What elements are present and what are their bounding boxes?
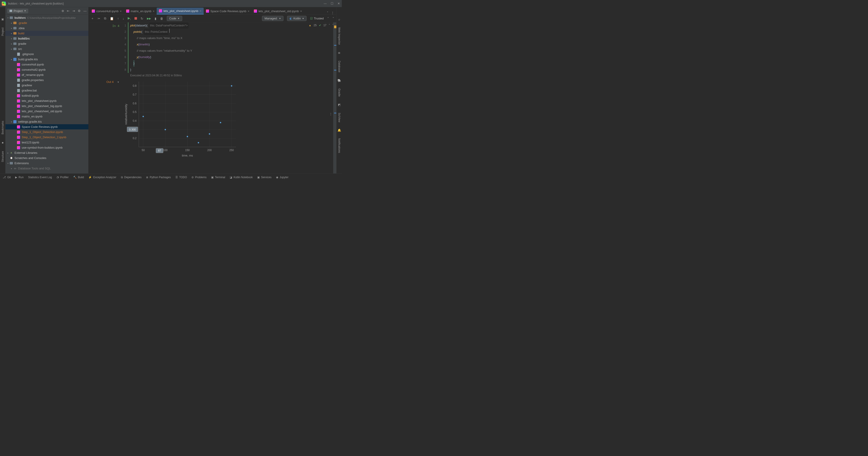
- tree-item[interactable]: gradle: [5, 41, 88, 46]
- copy-icon[interactable]: ⧉: [104, 17, 106, 20]
- bookmarks-tab[interactable]: Bookmarks: [1, 121, 4, 134]
- structure-tab[interactable]: Structure: [1, 151, 4, 162]
- tree-item[interactable]: buildSrc: [5, 36, 88, 41]
- chevron-up-icon[interactable]: ˄: [327, 17, 329, 20]
- tree-item[interactable]: kotlindl.ipynb: [5, 93, 88, 98]
- more-icon[interactable]: ⋮: [331, 11, 334, 14]
- expand-icon[interactable]: ⇥: [72, 9, 75, 13]
- folder-icon[interactable]: ▣: [1, 18, 4, 21]
- editor-tab[interactable]: matrix_en.ipynb×: [124, 8, 157, 14]
- tree-item[interactable]: test123.ipynb: [5, 140, 88, 145]
- tree-item[interactable]: .idea: [5, 26, 88, 31]
- tree-item[interactable]: df_rename.ipynb: [5, 72, 88, 77]
- paste-icon[interactable]: 📋: [110, 17, 114, 20]
- status-item[interactable]: ⧉Dependencies: [121, 176, 142, 179]
- collapse-icon[interactable]: ⇤: [67, 9, 70, 13]
- close-tab-icon[interactable]: ×: [300, 9, 302, 13]
- tree-item[interactable]: gradlew.bat: [5, 88, 88, 93]
- tree-item[interactable]: matrix_en.ipynb: [5, 114, 88, 119]
- tree-item[interactable]: Space Code Reviews.ipynb: [5, 124, 88, 129]
- web-inspector-tab[interactable]: Web Inspector: [338, 27, 341, 45]
- inspections-panel[interactable]: ▲25 ✔17 ˄ ˅: [309, 24, 334, 27]
- status-item[interactable]: ◪Kotlin Notebook: [230, 176, 253, 179]
- db-tools[interactable]: ▭Database Tools and SQL: [5, 166, 88, 171]
- status-item[interactable]: ◔Profiler: [57, 176, 69, 179]
- editor-tab[interactable]: convexHull.ipynb×: [90, 8, 124, 14]
- tree-item[interactable]: src: [5, 46, 88, 52]
- gradle-icon[interactable]: 🐘: [338, 79, 341, 82]
- cell-type-select[interactable]: Code▼: [167, 16, 182, 21]
- inspect-icon[interactable]: ⌕: [338, 18, 340, 21]
- external-libraries[interactable]: ⑃External Libraries: [5, 150, 88, 155]
- database-icon[interactable]: ≣: [338, 51, 340, 55]
- status-item[interactable]: ▣Services: [257, 176, 272, 179]
- tree-item[interactable]: convexHull.ipynb: [5, 62, 88, 67]
- project-tab[interactable]: Project: [1, 28, 4, 36]
- tree-root[interactable]: buildsrc C:\Users\Ilya.Muradyan\IdeaProj…: [5, 15, 88, 20]
- tree-item[interactable]: Step_1_Object_Detection.ipynb: [5, 129, 88, 135]
- kernel-select[interactable]: ◐Kotlin▼: [287, 16, 307, 21]
- editor-tab[interactable]: Space Code Reviews.ipynb×: [204, 8, 252, 14]
- tree-item[interactable]: convexHull2.ipynb: [5, 67, 88, 72]
- scratches[interactable]: ⌚Scratches and Consoles: [5, 155, 88, 161]
- close-tab-icon[interactable]: ×: [153, 9, 155, 13]
- editor-tab[interactable]: lets_plot_cheatsheet.ipynb×: [157, 8, 204, 14]
- chevron-up-icon[interactable]: ˄: [329, 24, 330, 27]
- maximize-icon[interactable]: ☐: [331, 2, 333, 5]
- code-editor[interactable]: plot(dataset) { this: DataFramePlotConte…: [128, 22, 336, 73]
- database-tab[interactable]: Database: [338, 61, 341, 72]
- status-item[interactable]: ⚡Exception Analyzer: [88, 176, 116, 179]
- tree-item[interactable]: gradlew: [5, 83, 88, 88]
- tree-item[interactable]: gradle.properties: [5, 77, 88, 83]
- scatter-chart[interactable]: 501001502002500.20.30.40.50.60.70.8time,…: [123, 79, 241, 158]
- gradle-tab[interactable]: Gradle: [338, 89, 341, 97]
- tree-item[interactable]: .gitignore: [5, 52, 88, 57]
- status-item[interactable]: ▣Terminal: [211, 176, 225, 179]
- debug-icon[interactable]: ▮: [155, 17, 156, 20]
- out-prompt[interactable]: Out 4 ▼: [100, 79, 122, 158]
- trusted-toggle[interactable]: ☑Trusted: [310, 17, 324, 20]
- tree-item[interactable]: build: [5, 31, 88, 36]
- gear-icon[interactable]: ⚙: [78, 9, 81, 13]
- tree-item[interactable]: use-symbol-from-buildsrc.ipynb: [5, 145, 88, 150]
- move-down-icon[interactable]: ↓: [123, 17, 124, 20]
- sciview-icon[interactable]: ◩: [338, 103, 341, 106]
- cell-area[interactable]: ▲25 ✔17 ˄ ˅ In 4 12345678 plot(dataset) …: [89, 22, 336, 173]
- cut-icon[interactable]: ✂: [98, 17, 100, 20]
- move-up-icon[interactable]: ↑: [117, 17, 119, 20]
- status-item[interactable]: ▶Run: [15, 176, 24, 179]
- bell-icon[interactable]: 🔔: [338, 129, 341, 132]
- status-item[interactable]: ⎇Git: [3, 176, 11, 179]
- chevron-down-icon[interactable]: ˅: [333, 17, 334, 20]
- editor-marker-bar[interactable]: [333, 22, 336, 173]
- add-cell-icon[interactable]: ＋: [91, 17, 94, 21]
- close-tab-icon[interactable]: ×: [120, 9, 122, 13]
- close-tab-icon[interactable]: ×: [248, 9, 250, 13]
- input-cell[interactable]: In 4 12345678 plot(dataset) { this: Data…: [89, 22, 336, 73]
- status-item[interactable]: ≣Python Packages: [146, 176, 170, 179]
- close-icon[interactable]: ✕: [338, 2, 340, 5]
- status-item[interactable]: Statistics Event Log: [28, 176, 52, 179]
- project-tree[interactable]: buildsrc C:\Users\Ilya.Muradyan\IdeaProj…: [5, 15, 88, 173]
- tree-item[interactable]: settings.gradle.kts: [5, 119, 88, 124]
- stop-icon[interactable]: [134, 17, 137, 20]
- tree-item[interactable]: lets_plot_cheatsheet_big.ipynb: [5, 103, 88, 109]
- notifications-tab[interactable]: Notifications: [338, 138, 341, 153]
- tree-item[interactable]: lets_plot_cheatsheet_old.ipynb: [5, 109, 88, 114]
- close-tab-icon[interactable]: ×: [199, 9, 202, 13]
- project-selector[interactable]: Project ▼: [7, 8, 28, 13]
- output-more-icon[interactable]: ⋮: [329, 112, 332, 116]
- restart-icon[interactable]: ↻: [141, 17, 143, 20]
- editor-tab[interactable]: lets_plot_cheatsheet_old.ipynb×: [252, 8, 304, 14]
- status-item[interactable]: ⊘Problems: [191, 176, 207, 179]
- extensions[interactable]: Extensions: [5, 161, 88, 166]
- locate-icon[interactable]: ⊕: [61, 9, 64, 13]
- chevron-down-icon[interactable]: ˅: [327, 11, 329, 14]
- sciview-tab[interactable]: SciView: [338, 113, 341, 122]
- tree-item[interactable]: lets_plot_cheatsheet.ipynb: [5, 98, 88, 103]
- managed-select[interactable]: Managed:▼: [262, 16, 283, 21]
- status-item[interactable]: ◉Jupyter: [276, 176, 288, 179]
- delete-icon[interactable]: 🗑: [160, 17, 163, 20]
- tree-item[interactable]: build.gradle.kts: [5, 57, 88, 62]
- run-cell-icon[interactable]: ▶I: [128, 16, 131, 21]
